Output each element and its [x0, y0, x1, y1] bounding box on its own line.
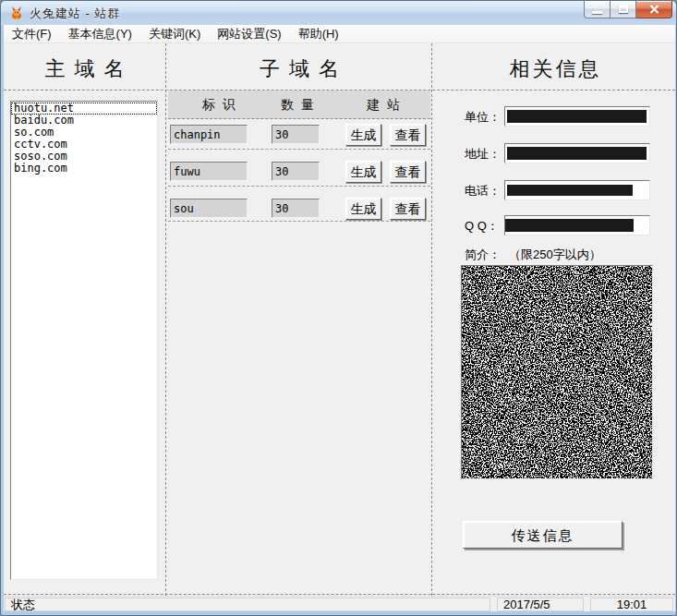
menu-help[interactable]: 帮助(H) — [290, 25, 347, 43]
main-domain-panel: 主域名 huotu.net baidu.com so.com cctv.com … — [4, 43, 165, 596]
content-area: 主域名 huotu.net baidu.com so.com cctv.com … — [4, 43, 675, 596]
info-field-row: 地址： — [433, 143, 675, 164]
qq-label: Q Q： — [465, 218, 499, 235]
subdomain-id-input-1[interactable] — [170, 125, 248, 144]
send-info-button[interactable]: 传送信息 — [463, 521, 623, 549]
menu-basic-info[interactable]: 基本信息(Y) — [60, 25, 140, 43]
intro-textarea[interactable] — [461, 265, 653, 479]
subdomain-count-input-3[interactable] — [272, 199, 320, 218]
row-divider — [168, 221, 430, 222]
maximize-icon — [619, 6, 628, 13]
generate-button-3[interactable]: 生成 — [345, 198, 381, 220]
menu-file[interactable]: 文件(F) — [4, 25, 60, 43]
redaction-bar — [505, 219, 634, 232]
sub-domain-row: 生成 查看 — [167, 124, 431, 148]
column-header-count: 数量 — [256, 97, 339, 114]
view-button-2[interactable]: 查看 — [390, 161, 426, 183]
column-header-id: 标识 — [168, 97, 270, 114]
menubar: 文件(F) 基本信息(Y) 关键词(K) 网站设置(S) 帮助(H) — [4, 25, 675, 43]
view-button-3[interactable]: 查看 — [390, 198, 426, 220]
status-pane: 状态 — [5, 598, 490, 611]
app-icon — [9, 6, 24, 20]
sub-domain-panel: 子域名 标识 数量 建站 生成 查看 生成 查看 — [167, 43, 431, 596]
sub-domain-row: 生成 查看 — [167, 198, 431, 222]
menu-site-settings[interactable]: 网站设置(S) — [209, 25, 289, 43]
sub-domain-title: 子域名 — [167, 55, 431, 83]
menu-keywords[interactable]: 关键词(K) — [140, 25, 209, 43]
minimize-icon — [592, 11, 602, 14]
column-header-build: 建站 — [339, 97, 428, 114]
sub-domain-row: 生成 查看 — [167, 161, 431, 185]
sub-domain-table-header: 标识 数量 建站 — [168, 91, 430, 119]
domain-item[interactable]: bing.com — [11, 163, 157, 175]
titlebar[interactable]: 火兔建站 - 站群 — [1, 1, 677, 25]
subdomain-count-input-2[interactable] — [272, 162, 320, 181]
intro-caption: 简介：（限250字以内） — [465, 247, 601, 263]
maximize-button[interactable] — [611, 1, 636, 18]
redaction-bar — [507, 185, 633, 196]
info-field-row: Q Q： — [433, 215, 675, 236]
minimize-button[interactable] — [584, 1, 611, 18]
redacted-noise-texture — [462, 266, 652, 478]
row-divider — [168, 186, 430, 187]
info-field-row: 单位： — [433, 106, 675, 127]
company-input[interactable] — [504, 106, 650, 127]
subdomain-count-input-1[interactable] — [272, 125, 320, 144]
statusbar: 状态 2017/5/5 19:01 — [4, 596, 675, 611]
phone-input[interactable] — [504, 180, 650, 200]
window-controls — [584, 1, 672, 18]
close-button[interactable] — [636, 1, 672, 18]
address-input[interactable] — [504, 143, 650, 163]
window-title: 火兔建站 - 站群 — [30, 6, 121, 22]
date-pane: 2017/5/5 — [497, 598, 584, 611]
main-domain-title: 主域名 — [4, 55, 165, 83]
generate-button-1[interactable]: 生成 — [345, 124, 381, 146]
app-window: 火兔建站 - 站群 文件(F) 基本信息(Y) 关键词(K) 网站设置(S) 帮… — [0, 0, 677, 616]
intro-hint: （限250字以内） — [509, 248, 601, 261]
redaction-bar — [507, 110, 647, 123]
generate-button-2[interactable]: 生成 — [345, 161, 381, 183]
time-pane: 19:01 — [590, 598, 673, 611]
main-domain-listbox: huotu.net baidu.com so.com cctv.com soso… — [10, 101, 158, 580]
subdomain-id-input-3[interactable] — [170, 199, 248, 218]
subdomain-id-input-2[interactable] — [170, 162, 248, 181]
view-button-1[interactable]: 查看 — [390, 124, 426, 146]
row-divider — [168, 149, 430, 150]
info-title: 相关信息 — [433, 55, 675, 83]
intro-label: 简介： — [465, 248, 501, 261]
info-field-row: 电话： — [433, 180, 675, 201]
panel-divider — [165, 43, 166, 596]
company-label: 单位： — [465, 109, 501, 126]
redaction-bar — [507, 147, 647, 160]
close-icon — [649, 5, 659, 14]
panel-divider — [431, 43, 432, 596]
qq-input[interactable] — [504, 215, 650, 236]
info-panel: 相关信息 单位： 地址： 电话： Q Q： 简介：（限250字以内） — [433, 43, 675, 596]
address-label: 地址： — [465, 146, 501, 163]
phone-label: 电话： — [465, 183, 501, 199]
